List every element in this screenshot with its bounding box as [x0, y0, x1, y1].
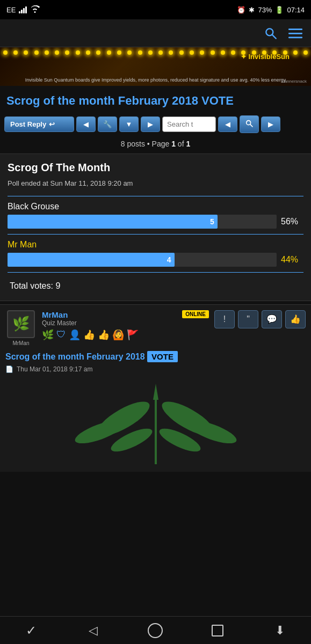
message-button[interactable]: 💬: [262, 310, 282, 328]
badge-icon-person: 🙆: [112, 329, 124, 341]
pagination-of: of: [176, 140, 186, 148]
toolbar-icon-4: ▶: [268, 120, 273, 128]
svg-line-6: [250, 124, 252, 126]
badge-icon-flag: 🚩: [127, 329, 139, 341]
search-button[interactable]: [240, 115, 259, 133]
candidate-1-bar-row: 5 56%: [8, 215, 303, 229]
time-label: 07:14: [287, 6, 305, 14]
candidate-1-bar-track: 5: [8, 215, 277, 229]
online-badge: ONLINE: [182, 310, 209, 318]
advertisement-banner[interactable]: ✦ InvisibleSun Invisible Sun Quantum boa…: [0, 47, 311, 86]
badge-icon-shield: 🛡: [56, 329, 66, 340]
status-bar: EE ⏰ ✱ 73% 🔋 07:14: [0, 0, 311, 19]
badge-icon-user: 👤: [69, 329, 81, 341]
toolbar: Post Reply ↩ ◀ 🔧 ▼ ▶ ◀ ▶: [0, 112, 311, 136]
back-button[interactable]: ✓: [17, 617, 45, 645]
top-nav: [0, 19, 311, 47]
search-go-icon: [245, 119, 254, 129]
recents-button[interactable]: [204, 617, 232, 645]
wifi-icon: [30, 5, 40, 14]
avatar: 🌿: [7, 310, 35, 338]
toolbar-wrench-button[interactable]: 🔧: [98, 116, 117, 132]
candidate-2-bar-row: 4 44%: [8, 253, 303, 267]
avatar-wrap: 🌿 MrMan: [5, 310, 37, 346]
avatar-username-below: MrMan: [12, 340, 29, 346]
reply-icon: ↩: [49, 120, 55, 128]
total-votes: Total votes: 9: [8, 281, 303, 291]
toolbar-icon-2: ▶: [148, 120, 153, 128]
post-link-title[interactable]: Scrog of the month February 2018 VOTE: [5, 352, 306, 363]
svg-rect-4: [288, 36, 302, 38]
poll-section: Scrog Of The Month Poll ended at Sun Mar…: [0, 153, 311, 301]
triangle-back-icon: ◁: [89, 624, 98, 638]
menu-button[interactable]: ⬇: [266, 617, 294, 645]
svg-marker-12: [153, 384, 158, 400]
vote-badge: VOTE: [147, 351, 178, 362]
post-header: 🌿 MrMan MrMan Quiz Master ONLINE 🌿 🛡 👤 👍…: [5, 310, 306, 346]
plant-illustration: [5, 378, 306, 464]
toolbar-button-4[interactable]: ▶: [261, 116, 280, 132]
candidate-2-votes: 4: [167, 255, 171, 264]
banner-provider: bannersnack: [282, 79, 307, 84]
poll-ended-text: Poll ended at Sun Mar 11, 2018 9:20 am: [8, 179, 303, 187]
candidate-1-name: Black Grouse: [8, 202, 303, 211]
signal-icon: [19, 6, 27, 13]
back-icon: ✓: [26, 623, 37, 638]
poster-name: MrMan: [42, 310, 77, 319]
navigate-back-button[interactable]: ◁: [79, 617, 107, 645]
chat-icon: 💬: [266, 314, 277, 324]
badge-icon-thumbsup1: 👍: [83, 329, 95, 341]
exclaim-icon: !: [223, 314, 226, 324]
poll-title: Scrog Of The Month: [8, 162, 303, 174]
svg-rect-2: [288, 28, 302, 30]
report-button[interactable]: !: [214, 310, 235, 328]
wrench-icon: 🔧: [103, 120, 112, 128]
post-date: 📄 Thu Mar 01, 2018 9:17 am: [5, 365, 306, 373]
post-reply-label: Post Reply: [10, 120, 46, 128]
bluetooth-icon: ✱: [249, 6, 255, 14]
plant-svg: [70, 381, 242, 464]
poll-divider-2: [8, 234, 303, 235]
search-icon[interactable]: [264, 26, 278, 40]
post-meta: MrMan Quiz Master ONLINE 🌿 🛡 👤 👍 👍 🙆 🚩: [42, 310, 209, 341]
quote-icon: ": [247, 314, 250, 324]
circle-icon: [148, 623, 163, 638]
poll-divider-3: [8, 272, 303, 273]
candidate-1-bar-fill: 5: [8, 215, 218, 229]
candidate-2-name: Mr Man: [8, 240, 303, 250]
toolbar-button-1[interactable]: ◀: [76, 116, 96, 132]
pagination-info: 8 posts • Page 1 of 1: [0, 136, 311, 151]
post-date-text: Thu Mar 01, 2018 9:17 am: [17, 365, 92, 373]
download-menu-icon: ⬇: [275, 624, 285, 638]
toolbar-icon-3: ◀: [225, 120, 230, 128]
square-icon: [212, 625, 223, 636]
current-page: 1: [171, 140, 176, 148]
toolbar-dropdown-button[interactable]: ▼: [119, 116, 139, 132]
battery-icon: 🔋: [275, 6, 284, 14]
badge-icons: 🌿 🛡 👤 👍 👍 🙆 🚩: [42, 329, 209, 341]
battery-pct: 73%: [258, 6, 272, 14]
toolbar-icon-1: ◀: [83, 120, 89, 128]
page-title: Scrog of the month February 2018 VOTE: [0, 86, 311, 112]
toolbar-button-3[interactable]: ◀: [218, 116, 237, 132]
pagination-text: 8 posts • Page: [121, 140, 171, 148]
alarm-icon: ⏰: [237, 6, 245, 14]
document-icon: 📄: [5, 365, 13, 373]
quote-button[interactable]: ": [238, 310, 258, 328]
badge-icon-thumbsup2: 👍: [98, 329, 110, 341]
search-input[interactable]: [162, 116, 216, 132]
hamburger-menu-icon[interactable]: [288, 26, 302, 40]
post-reply-button[interactable]: Post Reply ↩: [4, 116, 74, 132]
banner-caption: Invisible Sun Quantum boards give Improv…: [20, 77, 291, 83]
poster-role: Quiz Master: [42, 319, 77, 327]
candidate-2-pct: 44%: [281, 255, 303, 265]
candidate-1-pct: 56%: [281, 217, 303, 226]
svg-line-1: [272, 34, 276, 38]
carrier-label: EE: [6, 6, 16, 14]
home-button[interactable]: [141, 617, 169, 645]
toolbar-button-2[interactable]: ▶: [141, 116, 160, 132]
total-pages: 1: [186, 140, 190, 148]
bottom-nav: ✓ ◁ ⬇: [0, 616, 311, 644]
avatar-icon: 🌿: [12, 316, 30, 332]
like-button[interactable]: 👍: [285, 310, 306, 328]
